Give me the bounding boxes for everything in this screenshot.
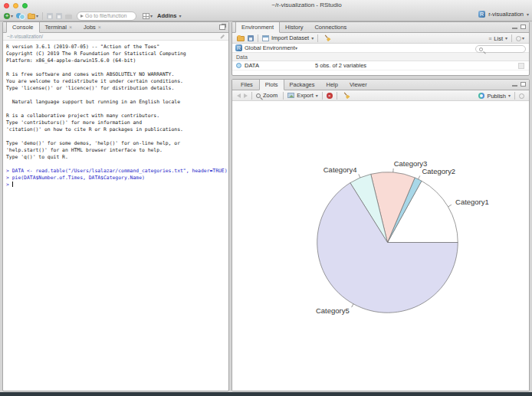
minimize-window-button[interactable] xyxy=(13,3,18,8)
zoom-window-button[interactable] xyxy=(22,3,28,8)
dataset-table-icon xyxy=(262,35,269,41)
search-icon xyxy=(479,47,483,51)
chevron-down-icon: ▾ xyxy=(527,12,529,17)
tab-label: Console xyxy=(12,24,34,31)
back-arrow-icon xyxy=(237,93,241,98)
chevron-down-icon: ▾ xyxy=(316,93,318,98)
tab-label: Files xyxy=(241,81,253,88)
resize-handle-icon[interactable] xyxy=(220,34,224,38)
working-directory-path: ~/r-visualization/ xyxy=(7,34,43,39)
tab-plots[interactable]: Plots xyxy=(259,80,284,90)
pie-label-tick xyxy=(359,174,360,178)
environment-pane: Environment History Connections Import D… xyxy=(232,21,530,76)
publish-icon xyxy=(478,93,484,99)
export-label: Export xyxy=(297,92,314,99)
import-dataset-button[interactable]: Import Dataset ▾ xyxy=(261,34,315,42)
refresh-environment-button[interactable]: ▾ xyxy=(514,35,526,42)
toolbar-separator xyxy=(511,34,512,42)
console-line: R version 3.6.1 (2019-07-05) -- "Action … xyxy=(6,44,228,51)
pie-label: Category2 xyxy=(422,167,455,175)
tab-files[interactable]: Files xyxy=(235,80,259,90)
list-view-button[interactable]: List▾ xyxy=(487,34,509,43)
console-line: > pie(DATA$Number.of.Times, DATA$Categor… xyxy=(6,175,228,182)
open-file-button[interactable]: ▾ xyxy=(26,11,40,20)
close-icon[interactable] xyxy=(69,25,72,30)
close-window-button[interactable] xyxy=(4,3,9,8)
refresh-icon xyxy=(516,36,521,41)
tab-history[interactable]: History xyxy=(280,22,309,32)
tab-help[interactable]: Help xyxy=(320,80,343,90)
maximize-pane-icon[interactable] xyxy=(521,82,526,87)
pie-label-tick xyxy=(448,205,452,207)
save-workspace-button[interactable] xyxy=(246,34,255,42)
tab-jobs[interactable]: Jobs xyxy=(78,22,107,32)
environment-object-row[interactable]: DATA 5 obs. of 2 variables xyxy=(232,61,529,70)
tab-terminal[interactable]: Terminal xyxy=(40,22,78,32)
next-plot-button[interactable] xyxy=(242,93,249,99)
goto-file-function-box[interactable] xyxy=(77,11,136,21)
chevron-down-icon: ▾ xyxy=(508,93,511,98)
console-line: 'citation()' on how to cite R or R packa… xyxy=(6,126,228,133)
save-icon xyxy=(248,35,254,41)
project-name: r-visualization xyxy=(488,11,524,18)
new-project-button[interactable] xyxy=(15,11,26,20)
remove-plot-icon xyxy=(327,93,333,99)
remove-plot-button[interactable] xyxy=(325,92,334,100)
tab-packages[interactable]: Packages xyxy=(284,80,321,90)
console-line: > xyxy=(6,182,228,188)
new-file-icon xyxy=(4,13,10,19)
environment-scope-label[interactable]: Global Environment xyxy=(245,44,295,51)
console-line: Natural language support but running in … xyxy=(6,99,228,106)
minimize-pane-icon[interactable] xyxy=(512,85,517,87)
goto-file-function-input[interactable] xyxy=(85,13,131,18)
print-button[interactable] xyxy=(64,12,74,20)
tab-console[interactable]: Console xyxy=(6,22,40,33)
tab-label: Connections xyxy=(314,24,346,31)
broom-icon xyxy=(341,90,352,100)
refresh-plot-button[interactable] xyxy=(517,93,526,100)
save-icon xyxy=(47,13,53,19)
object-name[interactable]: DATA xyxy=(245,62,259,69)
export-plot-button[interactable]: Export▾ xyxy=(286,91,320,100)
chevron-down-icon[interactable]: ▾ xyxy=(295,46,297,51)
close-icon[interactable] xyxy=(98,25,101,30)
toolbar-separator xyxy=(317,34,318,42)
minimize-pane-icon[interactable] xyxy=(512,28,517,29)
restore-pane-icon[interactable] xyxy=(219,25,225,30)
environment-tabbar: Environment History Connections xyxy=(232,22,529,33)
previous-plot-button[interactable] xyxy=(235,93,242,99)
view-table-icon[interactable] xyxy=(518,63,524,69)
forward-arrow-icon xyxy=(244,93,248,98)
tab-label: Viewer xyxy=(350,81,367,88)
printer-icon xyxy=(65,15,72,19)
tab-connections[interactable]: Connections xyxy=(309,22,353,32)
tab-environment[interactable]: Environment xyxy=(235,22,280,33)
section-label: Data xyxy=(236,54,248,60)
load-workspace-button[interactable] xyxy=(235,34,246,42)
console-line: You are welcome to redistribute it under… xyxy=(6,78,228,85)
export-image-icon xyxy=(287,93,294,98)
clear-plots-button[interactable] xyxy=(340,91,353,100)
project-selector[interactable]: r-visualization ▾ xyxy=(478,11,529,18)
zoom-plot-button[interactable]: Zoom xyxy=(255,91,281,100)
clear-workspace-button[interactable] xyxy=(320,34,334,43)
addins-button[interactable]: Addins▾ xyxy=(154,11,182,20)
publish-label: Publish xyxy=(487,93,506,100)
plots-tabbar: Files Plots Packages Help Viewer xyxy=(232,80,529,90)
pane-layout-button[interactable]: ▾ xyxy=(136,12,154,20)
pie-label-tick xyxy=(419,175,420,179)
tab-viewer[interactable]: Viewer xyxy=(344,80,373,90)
main-toolbar: ▾ ▾ ▾ Addins▾ r-visualization ▾ xyxy=(0,10,532,21)
new-file-button[interactable]: ▾ xyxy=(2,12,15,20)
console-line: Copyright (C) 2019 The R Foundation for … xyxy=(6,51,228,57)
save-all-button[interactable] xyxy=(54,12,64,20)
publish-button[interactable]: Publish▾ xyxy=(477,92,512,100)
console-output[interactable]: R version 3.6.1 (2019-07-05) -- "Action … xyxy=(3,41,228,188)
console-line: Platform: x86_64-apple-darwin15.6.0 (64-… xyxy=(6,57,228,64)
window-bottom-edge xyxy=(0,392,532,396)
pie-label: Category1 xyxy=(455,198,489,206)
environment-search-box[interactable] xyxy=(475,45,526,53)
folder-icon xyxy=(237,36,245,41)
save-button[interactable] xyxy=(45,12,54,20)
maximize-pane-icon[interactable] xyxy=(521,25,526,29)
